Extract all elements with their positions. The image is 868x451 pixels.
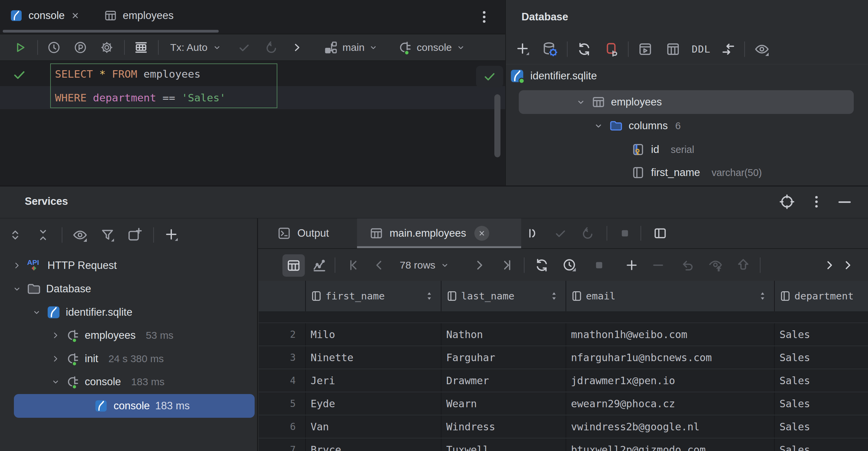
services-tree-http-request[interactable]: API HTTP Request [12,254,117,277]
chart-view-button[interactable] [312,258,327,273]
preview-changes-icon[interactable] [708,258,723,273]
sort-arrows-icon[interactable] [758,290,767,302]
table-row[interactable]: 6 Van Windress vwindress2b@google.nl Sal… [259,415,868,438]
prev-page-icon[interactable] [372,258,387,273]
results-in-grid-icon[interactable] [134,40,149,55]
tx-mode-dropdown[interactable]: Tx: Auto [170,42,222,53]
tab-strip-scrollbar[interactable] [3,30,219,33]
cell-first-name[interactable]: Van [305,415,441,438]
chevron-right-icon[interactable] [841,258,855,272]
cell-department[interactable]: Sales [774,392,868,415]
query-console-icon[interactable] [637,41,653,57]
table-row[interactable]: 3 Ninette Farguhar nfarguhar1u@nbcnews.c… [259,346,868,369]
parameters-icon[interactable] [73,40,87,55]
stop-icon[interactable] [592,258,607,273]
column-header-email[interactable]: email [566,281,774,311]
view-options-eye-icon[interactable] [72,227,88,243]
first-page-icon[interactable] [347,258,362,273]
cell-last-name[interactable]: Tuxwell [441,438,566,451]
services-tree-datasource[interactable]: identifier.sqlite [32,301,132,324]
column-header-department[interactable]: department [774,281,868,311]
schema-dropdown[interactable]: main [323,40,378,55]
editor-scrollbar[interactable] [494,94,500,157]
close-icon[interactable] [474,226,489,241]
cell-email[interactable]: jdrawmer1x@pen.io [566,369,774,392]
split-layout-icon[interactable] [653,226,668,241]
row-number[interactable]: 7 [259,438,305,451]
cell-email[interactable]: vwindress2b@google.nl [566,415,774,438]
cell-last-name[interactable]: Windress [441,415,566,438]
add-service-button[interactable] [164,227,180,243]
cell-first-name[interactable]: Bryce [305,438,441,451]
db-tree-selected-row[interactable]: employees [519,90,854,114]
cell-last-name[interactable]: Farguhar [441,346,566,369]
editor-code-area[interactable]: SELECT * FROM employees WHERE department… [0,62,505,185]
cell-last-name[interactable]: Drawmer [441,369,566,392]
column-header-first-name[interactable]: first_name [305,281,441,311]
db-tree-datasource[interactable]: identifier.sqlite [509,64,597,87]
query-history-icon[interactable] [562,257,577,273]
cell-department[interactable]: Sales [774,346,868,369]
commit-check-icon[interactable] [237,41,251,54]
services-tree-session-employees[interactable]: employees 53 ms [51,324,174,347]
expand-all-icon[interactable] [8,228,22,242]
partial-row[interactable] [259,311,868,322]
last-page-icon[interactable] [499,258,514,273]
tab-employees[interactable]: employees [100,0,177,31]
services-tree-database-folder[interactable]: Database [12,277,91,300]
cell-department[interactable]: Sales [774,323,868,346]
datasource-properties-icon[interactable] [542,41,558,57]
cell-department[interactable]: Sales [774,438,868,451]
target-icon[interactable] [778,193,795,210]
cell-last-name[interactable]: Nathon [441,323,566,346]
cell-first-name[interactable]: Jeri [305,369,441,392]
hide-panel-icon[interactable] [836,195,853,210]
grid-view-button-selected[interactable] [282,254,305,277]
cell-email[interactable]: nfarguhar1u@nbcnews.com [566,346,774,369]
reload-data-icon[interactable] [534,257,550,273]
cell-last-name[interactable]: Wearn [441,392,566,415]
row-count-dropdown[interactable]: 78 rows [400,254,450,276]
compare-swap-icon[interactable] [721,41,736,57]
collapse-all-icon[interactable] [36,228,50,242]
settings-gear-icon[interactable] [100,40,114,55]
table-row[interactable]: 5 Eyde Wearn ewearn29@phoca.cz Sales [259,392,868,415]
cell-email[interactable]: mnathon1h@weibo.com [566,323,774,346]
cell-department[interactable]: Sales [774,369,868,392]
cell-first-name[interactable]: Milo [305,323,441,346]
editor-menu-kebab-icon[interactable] [477,9,491,24]
rollback-icon[interactable] [264,40,279,55]
commit-check-icon[interactable] [554,227,567,240]
jump-to-console-icon[interactable] [291,41,303,54]
cell-email[interactable]: btuxwell2p@gizmodo.com [566,438,774,451]
tab-console[interactable]: console [6,0,84,31]
row-number[interactable]: 2 [259,323,305,346]
chevron-right-icon[interactable] [823,258,836,272]
refresh-icon[interactable] [576,41,592,57]
ddl-view-button[interactable]: DDL [692,43,710,55]
tab-output[interactable]: Output [277,218,329,248]
next-page-icon[interactable] [472,258,487,273]
execution-history-icon[interactable] [47,40,61,55]
disconnect-icon[interactable] [604,41,619,57]
revert-changes-icon[interactable] [680,258,695,273]
add-row-icon[interactable] [624,258,639,273]
services-tree-session-console[interactable]: console 183 ms [51,370,164,393]
column-header-last-name[interactable]: last_name [441,281,566,311]
table-view-icon[interactable] [665,41,681,57]
in-editor-results-icon[interactable] [526,226,541,241]
rollback-icon[interactable] [581,226,595,240]
row-number[interactable]: 6 [259,415,305,438]
gutter-success-check-icon[interactable] [12,68,26,82]
table-row[interactable]: 2 Milo Nathon mnathon1h@weibo.com Sales [259,322,868,346]
cell-department[interactable]: Sales [774,415,868,438]
table-row[interactable]: 7 Bryce Tuxwell btuxwell2p@gizmodo.com S… [259,438,868,451]
cell-email[interactable]: ewearn29@phoca.cz [566,392,774,415]
run-button[interactable] [13,40,27,55]
cell-first-name[interactable]: Ninette [305,346,441,369]
tab-main-employees[interactable]: main.employees [357,218,521,248]
services-menu-kebab-icon[interactable] [810,194,823,210]
services-tree-session-init[interactable]: init 24 s 380 ms [51,347,164,370]
table-row[interactable]: 4 Jeri Drawmer jdrawmer1x@pen.io Sales [259,369,868,392]
stop-icon[interactable] [617,226,632,241]
